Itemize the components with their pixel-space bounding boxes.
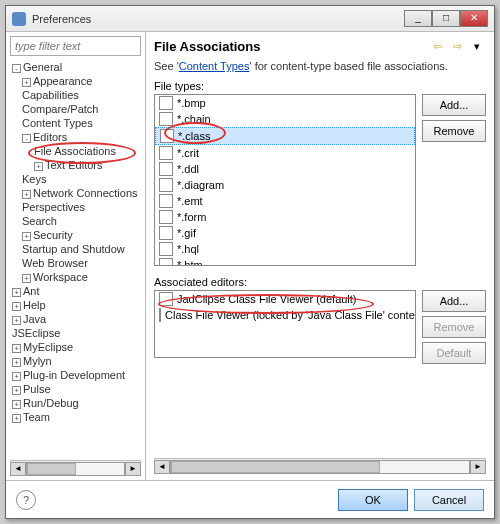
tree-general[interactable]: -General [10,60,141,74]
file-type-item[interactable]: *.htm [155,257,415,266]
editor-item[interactable]: Class File Viewer (locked by 'Java Class… [155,307,415,323]
remove-file-type-button[interactable]: Remove [422,120,486,142]
ok-button[interactable]: OK [338,489,408,511]
file-type-item[interactable]: *.hql [155,241,415,257]
expand-icon[interactable]: + [12,358,21,367]
file-type-item[interactable]: *.crit [155,145,415,161]
file-icon [159,146,173,160]
expand-icon[interactable]: + [34,162,43,171]
editor-icon [159,308,161,322]
expand-icon[interactable]: + [12,414,21,423]
tree-startup-shutdown[interactable]: Startup and Shutdow [10,242,141,256]
tree-network-connections[interactable]: +Network Connections [10,186,141,200]
associated-editors-list[interactable]: JadClipse Class File Viewer (default) Cl… [154,290,416,358]
tree-content-types[interactable]: Content Types [10,116,141,130]
add-editor-button[interactable]: Add... [422,290,486,312]
file-icon [159,210,173,224]
file-icon [159,258,173,266]
scroll-thumb[interactable] [27,463,76,475]
file-type-item[interactable]: *.bmp [155,95,415,111]
maximize-button[interactable]: □ [432,10,460,27]
scroll-right-icon[interactable]: ► [125,462,141,476]
file-types-label: File types: [154,80,486,92]
tree-search[interactable]: Search [10,214,141,228]
tree-appearance[interactable]: +Appearance [10,74,141,88]
remove-editor-button[interactable]: Remove [422,316,486,338]
expand-icon[interactable]: + [12,400,21,409]
file-type-item-selected[interactable]: *.class [155,127,415,145]
tree-plugin-dev[interactable]: +Plug-in Development [10,368,141,382]
panel-hscrollbar[interactable]: ◄ ► [154,458,486,474]
dialog-footer: ? OK Cancel [6,480,494,518]
collapse-icon[interactable]: - [12,64,21,73]
tree-team[interactable]: +Team [10,410,141,424]
file-associations-panel: File Associations ⇦ ⇨ ▾ See 'Content Typ… [146,32,494,480]
collapse-icon[interactable]: - [22,134,31,143]
tree-pulse[interactable]: +Pulse [10,382,141,396]
page-title: File Associations [154,39,426,54]
file-type-item[interactable]: *.diagram [155,177,415,193]
file-type-item[interactable]: *.emt [155,193,415,209]
tree-workspace[interactable]: +Workspace [10,270,141,284]
cancel-button[interactable]: Cancel [414,489,484,511]
add-file-type-button[interactable]: Add... [422,94,486,116]
preferences-tree[interactable]: -General +Appearance Capabilities Compar… [10,60,141,460]
tree-web-browser[interactable]: Web Browser [10,256,141,270]
app-icon [12,12,26,26]
tree-jseclipse[interactable]: JSEclipse [10,326,141,340]
tree-java[interactable]: +Java [10,312,141,326]
file-icon [160,129,174,143]
tree-security[interactable]: +Security [10,228,141,242]
file-icon [159,112,173,126]
tree-compare-patch[interactable]: Compare/Patch [10,102,141,116]
tree-file-associations[interactable]: File Associations [10,144,141,158]
scroll-thumb[interactable] [171,461,380,473]
tree-run-debug[interactable]: +Run/Debug [10,396,141,410]
preferences-tree-pane: -General +Appearance Capabilities Compar… [6,32,146,480]
tree-hscrollbar[interactable]: ◄ ► [10,460,141,476]
expand-icon[interactable]: + [12,344,21,353]
content-types-hint: See 'Content Types' for content-type bas… [154,60,486,72]
scroll-right-icon[interactable]: ► [470,460,486,474]
tree-ant[interactable]: +Ant [10,284,141,298]
tree-keys[interactable]: Keys [10,172,141,186]
scroll-left-icon[interactable]: ◄ [154,460,170,474]
window-title: Preferences [32,13,404,25]
default-editor-button[interactable]: Default [422,342,486,364]
content-types-link[interactable]: Content Types [179,60,250,72]
file-type-item[interactable]: *.chain [155,111,415,127]
file-types-list[interactable]: *.bmp *.chain *.class *.crit *.ddl *.dia… [154,94,416,266]
nav-forward-icon[interactable]: ⇨ [448,38,466,54]
file-icon [159,226,173,240]
help-button[interactable]: ? [16,490,36,510]
file-type-item[interactable]: *.gif [155,225,415,241]
scroll-left-icon[interactable]: ◄ [10,462,26,476]
expand-icon[interactable]: + [12,302,21,311]
expand-icon[interactable]: + [12,288,21,297]
tree-editors[interactable]: -Editors [10,130,141,144]
tree-text-editors[interactable]: +Text Editors [10,158,141,172]
nav-back-icon[interactable]: ⇦ [428,38,446,54]
expand-icon[interactable]: + [12,372,21,381]
minimize-button[interactable]: _ [404,10,432,27]
tree-myeclipse[interactable]: +MyEclipse [10,340,141,354]
editor-item[interactable]: JadClipse Class File Viewer (default) [155,291,415,307]
expand-icon[interactable]: + [22,78,31,87]
expand-icon[interactable]: + [22,274,31,283]
close-button[interactable]: ✕ [460,10,488,27]
tree-help[interactable]: +Help [10,298,141,312]
file-icon [159,178,173,192]
nav-menu-icon[interactable]: ▾ [468,38,486,54]
expand-icon[interactable]: + [12,316,21,325]
file-type-item[interactable]: *.ddl [155,161,415,177]
editor-icon [159,292,173,306]
expand-icon[interactable]: + [22,190,31,199]
tree-capabilities[interactable]: Capabilities [10,88,141,102]
file-type-item[interactable]: *.form [155,209,415,225]
expand-icon[interactable]: + [12,386,21,395]
tree-mylyn[interactable]: +Mylyn [10,354,141,368]
titlebar[interactable]: Preferences _ □ ✕ [6,6,494,32]
tree-perspectives[interactable]: Perspectives [10,200,141,214]
expand-icon[interactable]: + [22,232,31,241]
filter-input[interactable] [10,36,141,56]
